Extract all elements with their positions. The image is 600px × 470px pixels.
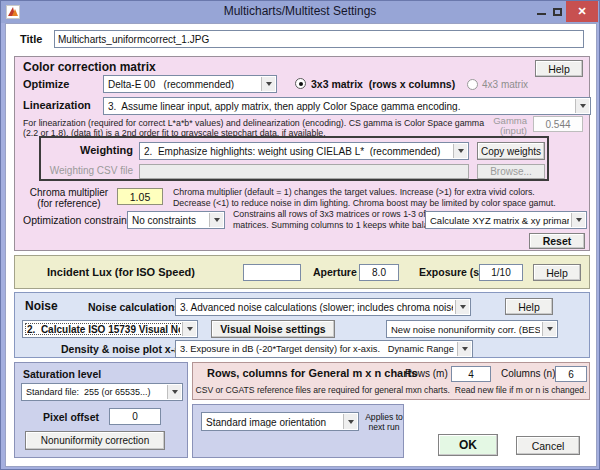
saturation-file-select-value: Standard file: 255 (or 65535...) — [26, 387, 165, 397]
nonuniformity-correction-button[interactable]: Nonuniformity correction — [25, 431, 165, 450]
exposure-label: Exposure (s) — [419, 266, 483, 278]
radio-4x3-label[interactable]: 4x3 matrix — [482, 79, 528, 90]
minimize-icon[interactable] — [537, 13, 546, 15]
saturation-file-select[interactable]: Standard file: 255 (or 65535...) — [21, 383, 183, 401]
chevron-down-icon — [209, 213, 223, 227]
weighting-box: Weighting 2. Emphasize highlights: weigh… — [39, 136, 549, 181]
aperture-label: Aperture — [313, 266, 357, 278]
visual-noise-settings-button[interactable]: Visual Noise settings — [211, 320, 335, 338]
constraint-label: Optimization constraint — [23, 214, 130, 226]
optimize-select-value: Delta-E 00 (recommended) — [108, 79, 259, 90]
density-xaxis-select[interactable]: 3. Exposure in dB (-20*Target density) f… — [175, 340, 473, 358]
linearization-note-1: For linearization (required for correct … — [23, 118, 484, 129]
incident-lux-label: Incident Lux (for ISO Speed) — [47, 266, 195, 278]
cancel-button[interactable]: Cancel — [516, 436, 580, 455]
rows-input[interactable] — [451, 366, 491, 382]
settings-window: Multicharts/Multitest Settings Title Col… — [0, 0, 600, 470]
noise-help-button[interactable]: Help — [505, 298, 553, 315]
chevron-down-icon — [571, 213, 585, 227]
weighting-csv-input — [139, 164, 469, 179]
columns-label: Columns (n) — [501, 368, 555, 379]
copy-weights-button[interactable]: Copy weights — [477, 142, 545, 160]
constraint-select-value: No constraints — [132, 215, 207, 226]
rows-label: Rows (m) — [405, 368, 448, 379]
chevron-down-icon — [542, 322, 556, 336]
chevron-down-icon — [455, 300, 469, 314]
orientation-section: Standard image orientation Applies to ne… — [192, 404, 404, 458]
orientation-note: Applies to next run — [363, 412, 405, 432]
noise-nonuniformity-select-value: New noise nonuniformity corr. (BEST) — [391, 324, 540, 335]
weighting-select-value: 2. Emphasize highlights: weight using CI… — [144, 146, 451, 157]
gamma-input-label: Gamma (input) — [455, 116, 527, 136]
orientation-select[interactable]: Standard image orientation — [201, 412, 359, 431]
columns-input[interactable] — [555, 366, 587, 382]
noise-calculations-select-value: 3. Advanced noise calculations (slower; … — [180, 302, 453, 313]
titlebar[interactable]: Multicharts/Multitest Settings — [1, 1, 599, 23]
matrix-output-select-value: Calculate XYZ matrix & xy primaries — [430, 215, 569, 226]
constraint-note-1: Constrains all rows of 3x3 matrices or r… — [233, 209, 442, 220]
close-icon[interactable] — [566, 1, 598, 22]
browse-button: Browse... — [477, 164, 545, 179]
noise-nonuniformity-select[interactable]: New noise nonuniformity corr. (BEST) — [386, 320, 558, 338]
saturation-section: Saturation level Standard file: 255 (or … — [14, 362, 188, 458]
chroma-note-1: Chroma multiplier (default = 1) changes … — [173, 187, 535, 198]
ccm-header: Color correction matrix — [23, 60, 156, 74]
noise-header: Noise — [25, 299, 58, 313]
linearization-label: Linearization — [23, 99, 91, 111]
aperture-input[interactable] — [359, 264, 399, 281]
exposure-input[interactable] — [479, 264, 523, 281]
title-input[interactable] — [54, 30, 584, 48]
lux-help-button[interactable]: Help — [533, 264, 581, 281]
chroma-note-2: Decrease (<1) to reduce noise in dim lig… — [173, 198, 556, 209]
chroma-multiplier-field[interactable]: 1.05 — [117, 188, 163, 205]
optimize-label: Optimize — [23, 78, 69, 90]
pixel-offset-label: Pixel offset — [43, 411, 99, 423]
chevron-down-icon — [457, 342, 471, 356]
rows-columns-note: CSV or CGATS reference files are require… — [193, 385, 589, 396]
linearization-select-value: 3. Assume linear input, apply matrix, th… — [108, 101, 573, 112]
incident-lux-section: Incident Lux (for ISO Speed) Aperture Ex… — [14, 255, 590, 289]
rows-columns-header: Rows, columns for General m x n charts — [207, 367, 417, 379]
chevron-down-icon — [167, 385, 181, 399]
pixel-offset-input[interactable] — [109, 408, 161, 425]
constraint-note-2: matrices. Summing columns to 1 keeps whi… — [233, 220, 445, 231]
weighting-label: Weighting — [41, 144, 133, 156]
reset-button[interactable]: Reset — [529, 233, 585, 249]
color-correction-section: Color correction matrix Help Optimize De… — [14, 56, 590, 251]
visual-noise-select-value: 2. Calculate ISO 15739 Visual Noise — [27, 324, 180, 335]
radio-3x3-label[interactable]: 3x3 matrix (rows x columns) — [311, 78, 455, 90]
incident-lux-input[interactable] — [243, 264, 301, 281]
dialog-body: Title Color correction matrix Help Optim… — [5, 23, 597, 467]
linearization-select[interactable]: 3. Assume linear input, apply matrix, th… — [103, 97, 591, 115]
density-xaxis-select-value: 3. Exposure in dB (-20*Target density) f… — [180, 344, 455, 354]
chevron-down-icon — [575, 99, 589, 113]
ccm-help-button[interactable]: Help — [535, 60, 583, 77]
radio-3x3-matrix[interactable] — [295, 78, 306, 89]
ok-button[interactable]: OK — [438, 434, 498, 456]
orientation-select-value: Standard image orientation — [206, 416, 341, 427]
optimize-select[interactable]: Delta-E 00 (recommended) — [103, 75, 277, 93]
chroma-multiplier-label: Chroma multiplier (for reference) — [23, 187, 115, 209]
saturation-header: Saturation level — [23, 368, 101, 380]
visual-noise-select[interactable]: 2. Calculate ISO 15739 Visual Noise — [22, 320, 198, 338]
rows-columns-section: Rows, columns for General m x n charts R… — [192, 362, 590, 400]
noise-section: Noise Noise calculations 3. Advanced noi… — [14, 292, 590, 358]
weighting-csv-label: Weighting CSV file — [41, 165, 133, 176]
chevron-down-icon — [261, 77, 275, 91]
radio-4x3-matrix[interactable] — [467, 79, 478, 90]
title-label: Title — [20, 33, 42, 45]
window-title: Multicharts/Multitest Settings — [1, 4, 599, 18]
chevron-down-icon — [343, 414, 357, 429]
chevron-down-icon — [182, 322, 196, 336]
maximize-icon[interactable] — [553, 8, 562, 16]
constraint-select[interactable]: No constraints — [127, 211, 225, 229]
matrix-output-select[interactable]: Calculate XYZ matrix & xy primaries — [425, 211, 587, 229]
weighting-select[interactable]: 2. Emphasize highlights: weight using CI… — [139, 142, 469, 160]
noise-calculations-select[interactable]: 3. Advanced noise calculations (slower; … — [175, 298, 471, 316]
gamma-value-field — [533, 116, 583, 132]
chevron-down-icon — [453, 144, 467, 158]
noise-calculations-label: Noise calculations — [88, 301, 180, 313]
